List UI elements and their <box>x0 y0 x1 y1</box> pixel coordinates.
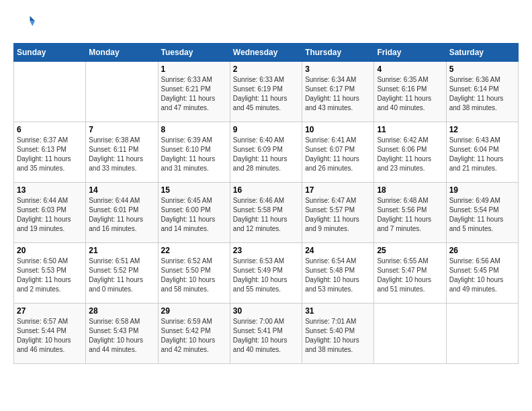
calendar-cell: 16Sunrise: 6:46 AMSunset: 5:58 PMDayligh… <box>230 183 302 243</box>
weekday-header-sunday: Sunday <box>14 44 86 62</box>
calendar-cell: 7Sunrise: 6:38 AMSunset: 6:11 PMDaylight… <box>86 122 158 183</box>
day-info: Sunrise: 6:33 AMSunset: 6:21 PMDaylight:… <box>161 75 227 113</box>
week-row-2: 6Sunrise: 6:37 AMSunset: 6:13 PMDaylight… <box>14 122 519 183</box>
day-info: Sunrise: 7:01 AMSunset: 5:40 PMDaylight:… <box>305 317 371 355</box>
day-number: 16 <box>233 185 299 195</box>
calendar-cell <box>14 62 86 122</box>
day-number: 2 <box>233 64 299 74</box>
day-info: Sunrise: 6:41 AMSunset: 6:07 PMDaylight:… <box>305 136 371 173</box>
page-header <box>13 13 519 36</box>
day-info: Sunrise: 6:55 AMSunset: 5:47 PMDaylight:… <box>377 257 443 294</box>
calendar-cell <box>374 304 446 364</box>
calendar-body: 1Sunrise: 6:33 AMSunset: 6:21 PMDaylight… <box>14 62 519 364</box>
day-number: 14 <box>89 185 154 195</box>
day-number: 30 <box>233 306 299 316</box>
svg-marker-1 <box>30 21 36 26</box>
day-info: Sunrise: 6:38 AMSunset: 6:11 PMDaylight:… <box>89 136 154 173</box>
calendar-cell: 5Sunrise: 6:36 AMSunset: 6:14 PMDaylight… <box>446 62 518 122</box>
calendar-cell: 9Sunrise: 6:40 AMSunset: 6:09 PMDaylight… <box>230 122 302 183</box>
day-info: Sunrise: 6:49 AMSunset: 5:54 PMDaylight:… <box>449 196 515 234</box>
calendar-cell: 23Sunrise: 6:53 AMSunset: 5:49 PMDayligh… <box>230 243 302 304</box>
day-info: Sunrise: 6:57 AMSunset: 5:44 PMDaylight:… <box>17 317 83 355</box>
day-info: Sunrise: 6:34 AMSunset: 6:17 PMDaylight:… <box>305 75 371 113</box>
day-info: Sunrise: 6:33 AMSunset: 6:19 PMDaylight:… <box>233 75 299 113</box>
day-info: Sunrise: 6:43 AMSunset: 6:04 PMDaylight:… <box>449 136 515 173</box>
day-number: 12 <box>449 125 515 134</box>
day-number: 4 <box>377 64 443 74</box>
weekday-header-monday: Monday <box>86 44 158 62</box>
calendar-cell: 25Sunrise: 6:55 AMSunset: 5:47 PMDayligh… <box>374 243 446 304</box>
day-info: Sunrise: 6:40 AMSunset: 6:09 PMDaylight:… <box>233 136 299 173</box>
calendar-cell: 21Sunrise: 6:51 AMSunset: 5:52 PMDayligh… <box>86 243 158 304</box>
day-number: 26 <box>449 246 515 255</box>
day-number: 27 <box>17 306 83 316</box>
day-number: 25 <box>377 246 443 255</box>
day-info: Sunrise: 6:54 AMSunset: 5:48 PMDaylight:… <box>305 257 371 294</box>
day-info: Sunrise: 6:53 AMSunset: 5:49 PMDaylight:… <box>233 257 299 294</box>
day-number: 6 <box>17 125 83 134</box>
calendar-cell <box>86 62 158 122</box>
day-number: 28 <box>89 306 154 316</box>
day-number: 22 <box>161 246 227 255</box>
calendar-cell: 22Sunrise: 6:52 AMSunset: 5:50 PMDayligh… <box>158 243 230 304</box>
day-number: 3 <box>305 64 371 74</box>
day-info: Sunrise: 6:45 AMSunset: 6:00 PMDaylight:… <box>161 196 227 234</box>
week-row-1: 1Sunrise: 6:33 AMSunset: 6:21 PMDaylight… <box>14 62 519 122</box>
day-info: Sunrise: 6:59 AMSunset: 5:42 PMDaylight:… <box>161 317 227 355</box>
weekday-header-friday: Friday <box>374 44 446 62</box>
day-number: 13 <box>17 185 83 195</box>
calendar-cell: 29Sunrise: 6:59 AMSunset: 5:42 PMDayligh… <box>158 304 230 364</box>
day-number: 24 <box>305 246 371 255</box>
calendar-cell: 18Sunrise: 6:48 AMSunset: 5:56 PMDayligh… <box>374 183 446 243</box>
weekday-header-tuesday: Tuesday <box>158 44 230 62</box>
weekday-header-saturday: Saturday <box>446 44 518 62</box>
day-number: 19 <box>449 185 515 195</box>
day-number: 5 <box>449 64 515 74</box>
day-info: Sunrise: 6:52 AMSunset: 5:50 PMDaylight:… <box>161 257 227 294</box>
calendar-cell: 28Sunrise: 6:58 AMSunset: 5:43 PMDayligh… <box>86 304 158 364</box>
day-number: 17 <box>305 185 371 195</box>
day-info: Sunrise: 6:44 AMSunset: 6:03 PMDaylight:… <box>17 196 83 234</box>
calendar-cell: 13Sunrise: 6:44 AMSunset: 6:03 PMDayligh… <box>14 183 86 243</box>
day-number: 15 <box>161 185 227 195</box>
calendar-cell: 27Sunrise: 6:57 AMSunset: 5:44 PMDayligh… <box>14 304 86 364</box>
day-info: Sunrise: 6:36 AMSunset: 6:14 PMDaylight:… <box>449 75 515 113</box>
day-info: Sunrise: 7:00 AMSunset: 5:41 PMDaylight:… <box>233 317 299 355</box>
calendar-cell: 12Sunrise: 6:43 AMSunset: 6:04 PMDayligh… <box>446 122 518 183</box>
calendar-cell: 31Sunrise: 7:01 AMSunset: 5:40 PMDayligh… <box>302 304 374 364</box>
weekday-header-thursday: Thursday <box>302 44 374 62</box>
day-number: 7 <box>89 125 154 134</box>
day-info: Sunrise: 6:44 AMSunset: 6:01 PMDaylight:… <box>89 196 154 234</box>
day-info: Sunrise: 6:48 AMSunset: 5:56 PMDaylight:… <box>377 196 443 234</box>
calendar-cell: 20Sunrise: 6:50 AMSunset: 5:53 PMDayligh… <box>14 243 86 304</box>
calendar-header: SundayMondayTuesdayWednesdayThursdayFrid… <box>14 44 519 62</box>
logo-icon <box>15 13 35 34</box>
calendar-cell <box>446 304 518 364</box>
svg-marker-0 <box>30 16 36 21</box>
day-number: 20 <box>17 246 83 255</box>
calendar-cell: 17Sunrise: 6:47 AMSunset: 5:57 PMDayligh… <box>302 183 374 243</box>
calendar-cell: 30Sunrise: 7:00 AMSunset: 5:41 PMDayligh… <box>230 304 302 364</box>
day-number: 18 <box>377 185 443 195</box>
calendar-cell: 15Sunrise: 6:45 AMSunset: 6:00 PMDayligh… <box>158 183 230 243</box>
calendar-cell: 24Sunrise: 6:54 AMSunset: 5:48 PMDayligh… <box>302 243 374 304</box>
calendar-cell: 10Sunrise: 6:41 AMSunset: 6:07 PMDayligh… <box>302 122 374 183</box>
day-number: 21 <box>89 246 154 255</box>
calendar-cell: 2Sunrise: 6:33 AMSunset: 6:19 PMDaylight… <box>230 62 302 122</box>
calendar-cell: 11Sunrise: 6:42 AMSunset: 6:06 PMDayligh… <box>374 122 446 183</box>
day-info: Sunrise: 6:58 AMSunset: 5:43 PMDaylight:… <box>89 317 154 355</box>
day-number: 1 <box>161 64 227 74</box>
calendar-cell: 3Sunrise: 6:34 AMSunset: 6:17 PMDaylight… <box>302 62 374 122</box>
day-number: 11 <box>377 125 443 134</box>
day-number: 23 <box>233 246 299 255</box>
weekday-header-row: SundayMondayTuesdayWednesdayThursdayFrid… <box>14 44 519 62</box>
day-info: Sunrise: 6:46 AMSunset: 5:58 PMDaylight:… <box>233 196 299 234</box>
week-row-4: 20Sunrise: 6:50 AMSunset: 5:53 PMDayligh… <box>14 243 519 304</box>
calendar-cell: 14Sunrise: 6:44 AMSunset: 6:01 PMDayligh… <box>86 183 158 243</box>
day-info: Sunrise: 6:47 AMSunset: 5:57 PMDaylight:… <box>305 196 371 234</box>
day-number: 10 <box>305 125 371 134</box>
calendar-cell: 26Sunrise: 6:56 AMSunset: 5:45 PMDayligh… <box>446 243 518 304</box>
day-info: Sunrise: 6:56 AMSunset: 5:45 PMDaylight:… <box>449 257 515 294</box>
week-row-3: 13Sunrise: 6:44 AMSunset: 6:03 PMDayligh… <box>14 183 519 243</box>
calendar-cell: 1Sunrise: 6:33 AMSunset: 6:21 PMDaylight… <box>158 62 230 122</box>
